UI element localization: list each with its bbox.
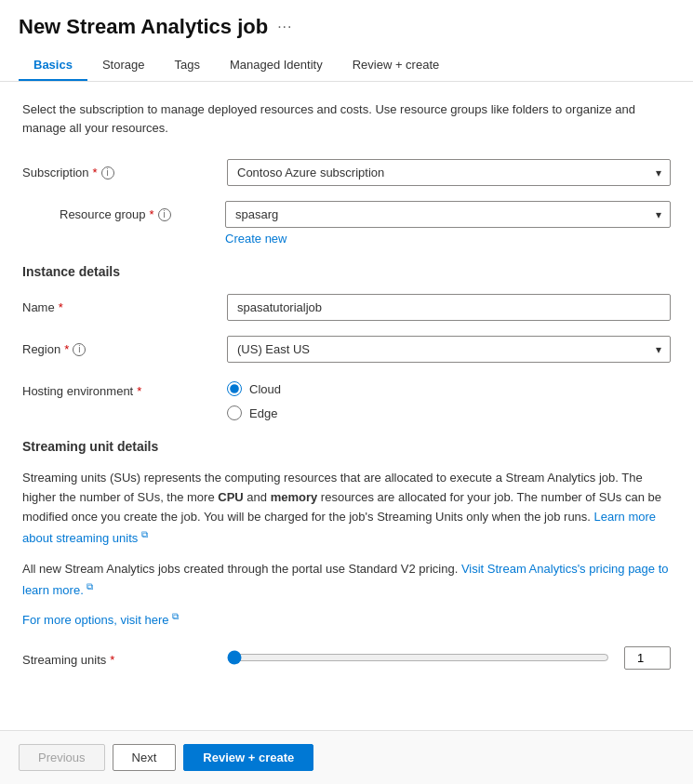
create-new-link[interactable]: Create new [225,232,671,246]
footer: Previous Next Review + create [0,730,693,784]
region-dropdown[interactable]: (US) East US [227,336,671,363]
streaming-units-value-input[interactable] [624,646,671,670]
subscription-control: Contoso Azure subscription ▾ [227,159,671,186]
review-create-button[interactable]: Review + create [183,744,313,771]
streaming-info-2: All new Stream Analytics jobs created th… [22,560,671,601]
name-input[interactable] [227,294,671,321]
streaming-units-slider-row [227,646,671,670]
radio-edge[interactable]: Edge [227,405,671,420]
instance-details-section: Instance details Name * Region * i [22,264,671,420]
radio-edge-input[interactable] [227,405,242,420]
slider-wrapper [227,650,609,665]
subscription-dropdown-wrapper: Contoso Azure subscription ▾ [227,159,671,186]
ext-icon-3: ⧉ [172,611,179,621]
streaming-learn-more-link[interactable]: Learn more about streaming units ⧉ [22,510,656,545]
radio-cloud-label: Cloud [249,382,281,396]
region-control: (US) East US ▾ [227,336,671,363]
tab-tags[interactable]: Tags [159,50,214,81]
subscription-info-icon[interactable]: i [101,166,114,179]
radio-cloud-input[interactable] [227,381,242,396]
main-content: Select the subscription to manage deploy… [0,82,693,730]
subscription-dropdown[interactable]: Contoso Azure subscription [227,159,671,186]
instance-details-title: Instance details [22,264,671,279]
ellipsis-button[interactable]: ··· [277,19,292,35]
region-label: Region * i [22,336,227,356]
resource-group-info-icon[interactable]: i [158,208,171,221]
streaming-units-label: Streaming units * [22,646,227,667]
name-required: * [59,300,63,314]
region-dropdown-wrapper: (US) East US ▾ [227,336,671,363]
region-info-icon[interactable]: i [73,343,86,356]
radio-cloud[interactable]: Cloud [227,381,671,396]
hosting-environment-radio-group: Cloud Edge [227,378,671,420]
tab-review-create[interactable]: Review + create [338,50,455,81]
streaming-unit-section: Streaming unit details Streaming units (… [22,439,671,670]
resource-group-label: Resource group * i [60,201,225,221]
ext-icon-1: ⧉ [141,528,148,538]
streaming-info-1: Streaming units (SUs) represents the com… [22,469,671,549]
streaming-units-slider[interactable] [227,650,609,665]
description-text: Select the subscription to manage deploy… [22,100,671,137]
hosting-environment-label: Hosting environment * [22,378,227,398]
region-required: * [64,342,69,356]
hosting-environment-required: * [137,384,141,398]
page-title: New Stream Analytics job [19,15,268,39]
resource-group-dropdown-wrapper: spasarg ▾ [225,201,671,228]
next-button[interactable]: Next [113,744,177,771]
tab-managed-identity[interactable]: Managed Identity [215,50,338,81]
resource-group-row: Resource group * i spasarg ▾ Create new [22,201,671,246]
resource-group-control: spasarg ▾ Create new [225,201,671,246]
subscription-required: * [93,166,98,179]
subscription-section: Subscription * i Contoso Azure subscript… [22,159,671,246]
name-label: Name * [22,294,227,314]
page-header: New Stream Analytics job ··· Basics Stor… [0,0,693,82]
name-control [227,294,671,321]
for-more-link[interactable]: For more options, visit here ⧉ [22,611,671,627]
streaming-unit-title: Streaming unit details [22,439,671,454]
streaming-units-required: * [110,653,114,667]
name-row: Name * [22,294,671,321]
region-row: Region * i (US) East US ▾ [22,336,671,363]
streaming-units-row: Streaming units * [22,646,671,670]
previous-button[interactable]: Previous [19,744,105,771]
streaming-units-control [227,646,671,670]
pricing-page-link[interactable]: Visit Stream Analytics's pricing page to… [22,562,669,597]
resource-group-required: * [150,207,154,221]
tab-basics[interactable]: Basics [19,50,87,81]
hosting-environment-row: Hosting environment * Cloud Edge [22,378,671,420]
tab-storage[interactable]: Storage [87,50,160,81]
subscription-row: Subscription * i Contoso Azure subscript… [22,159,671,186]
hosting-environment-control: Cloud Edge [227,378,671,420]
radio-edge-label: Edge [249,406,277,420]
resource-group-dropdown[interactable]: spasarg [225,201,671,228]
subscription-label: Subscription * i [22,159,227,179]
ext-icon-2: ⧉ [87,580,93,591]
tab-bar: Basics Storage Tags Managed Identity Rev… [19,50,674,81]
